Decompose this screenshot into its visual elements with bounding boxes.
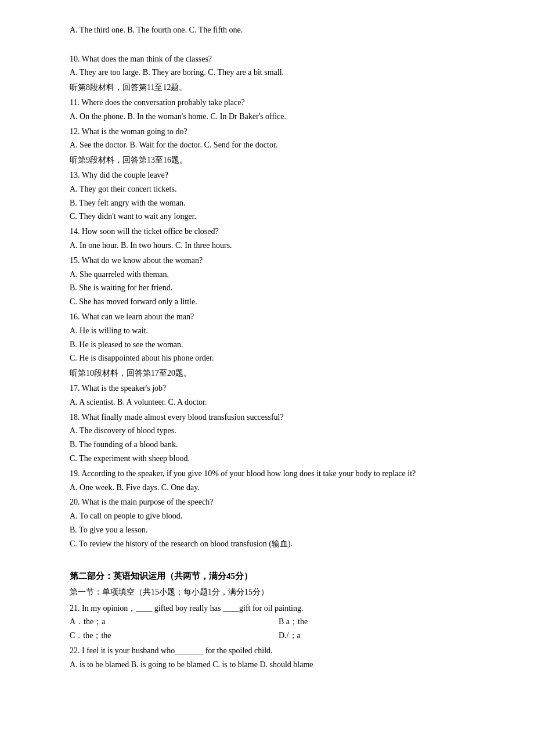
q21-option-d: D./；a: [279, 629, 488, 643]
q21-option-b: B a；the: [279, 615, 488, 629]
section1-note-text: 第一节：单项填空（共15小题；每小题1分，满分15分）: [70, 585, 488, 599]
part2-header-text: 第二部分：英语知识运用（共两节，满分45分）: [70, 569, 488, 584]
q9-options-text: A. The third one. B. The fourth one. C. …: [70, 26, 243, 34]
q11-text: 11. Where does the conversation probably…: [70, 96, 488, 110]
q19-options: A. One week. B. Five days. C. One day.: [70, 481, 488, 495]
q13-option-b: B. They felt angry with the woman.: [70, 196, 488, 210]
q10-text: 10. What does the man think of the class…: [70, 52, 488, 66]
q20-option-c: C. To review the history of the research…: [70, 537, 488, 551]
listening-10-header: 听第10段材料，回答第17至20题。: [70, 366, 488, 380]
listening-8-text: 听第8段材料，回答第11至12题。: [70, 81, 488, 95]
q17-options: A. A scientist. B. A volunteer. C. A doc…: [70, 395, 488, 409]
q19-text: 19. According to the speaker, if you giv…: [70, 467, 488, 481]
q18-option-b: B. The founding of a blood bank.: [70, 438, 488, 452]
q21-options-row1: A．the；a B a；the: [70, 615, 488, 629]
q11-question: 11. Where does the conversation probably…: [70, 96, 488, 124]
q15-question: 15. What do we know about the woman? A. …: [70, 254, 488, 309]
q15-option-a: A. She quarreled with theman.: [70, 268, 488, 282]
q21-option-a: A．the；a: [70, 615, 279, 629]
listening-9-header: 听第9段材料，回答第13至16题。: [70, 153, 488, 167]
q11-options: A. On the phone. B. In the woman's home.…: [70, 110, 488, 124]
q21-question: 21. In my opinion，____ gifted boy really…: [70, 602, 488, 643]
q14-text: 14. How soon will the ticket office be c…: [70, 225, 488, 239]
q16-option-c: C. He is disappointed about his phone or…: [70, 351, 488, 365]
q18-text: 18. What finally made almost every blood…: [70, 411, 488, 424]
q16-text: 16. What can we learn about the man?: [70, 310, 488, 324]
listening-10-text: 听第10段材料，回答第17至20题。: [70, 366, 488, 380]
q12-text: 12. What is the woman going to do?: [70, 125, 488, 139]
q14-question: 14. How soon will the ticket office be c…: [70, 225, 488, 253]
section1-note: 第一节：单项填空（共15小题；每小题1分，满分15分）: [70, 585, 488, 599]
q18-question: 18. What finally made almost every blood…: [70, 411, 488, 466]
listening-9-text: 听第9段材料，回答第13至16题。: [70, 153, 488, 167]
q21-d-text: D./；a: [279, 631, 301, 640]
q20-question: 20. What is the main purpose of the spee…: [70, 495, 488, 550]
page-content: A. The third one. B. The fourth one. C. …: [70, 23, 488, 672]
q15-text: 15. What do we know about the woman?: [70, 254, 488, 268]
q16-option-a: A. He is willing to wait.: [70, 324, 488, 338]
q13-question: 13. Why did the couple leave? A. They go…: [70, 168, 488, 224]
q16-option-b: B. He is pleased to see the woman.: [70, 338, 488, 352]
q22-options: A. is to be blamed B. is going to be bla…: [70, 658, 488, 672]
q10-options: A. They are too large. B. They are borin…: [70, 66, 488, 80]
q18-option-c: C. The experiment with sheep blood.: [70, 452, 488, 466]
q14-options: A. In one hour. B. In two hours. C. In t…: [70, 239, 488, 253]
q19-question: 19. According to the speaker, if you giv…: [70, 467, 488, 495]
q21-c-text: C．the；the: [70, 631, 111, 640]
q17-text: 17. What is the speaker's job?: [70, 381, 488, 395]
part2-header: 第二部分：英语知识运用（共两节，满分45分）: [70, 569, 488, 584]
q20-option-b: B. To give you a lesson.: [70, 523, 488, 537]
q21-option-c: C．the；the: [70, 629, 279, 643]
q10-question: 10. What does the man think of the class…: [70, 52, 488, 80]
q9-options: A. The third one. B. The fourth one. C. …: [70, 23, 488, 37]
q18-option-a: A. The discovery of blood types.: [70, 424, 488, 438]
q21-b-text: B a；the: [279, 617, 308, 626]
q17-question: 17. What is the speaker's job? A. A scie…: [70, 381, 488, 409]
q22-question: 22. I feel it is your husband who_______…: [70, 644, 488, 672]
q12-options: A. See the doctor. B. Wait for the docto…: [70, 138, 488, 152]
q15-option-c: C. She has moved forward only a little.: [70, 295, 488, 309]
q15-option-b: B. She is waiting for her friend.: [70, 281, 488, 295]
q13-option-c: C. They didn't want to wait any longer.: [70, 210, 488, 224]
q21-a-text: A．the；a: [70, 617, 105, 626]
listening-8-header: 听第8段材料，回答第11至12题。: [70, 81, 488, 95]
q20-option-a: A. To call on people to give blood.: [70, 509, 488, 523]
q13-option-a: A. They got their concert tickets.: [70, 182, 488, 196]
q21-options-row2: C．the；the D./；a: [70, 629, 488, 643]
q21-text: 21. In my opinion，____ gifted boy really…: [70, 602, 488, 615]
q13-text: 13. Why did the couple leave?: [70, 168, 488, 182]
q16-question: 16. What can we learn about the man? A. …: [70, 310, 488, 365]
q12-question: 12. What is the woman going to do? A. Se…: [70, 125, 488, 153]
q20-text: 20. What is the main purpose of the spee…: [70, 495, 488, 509]
q22-text: 22. I feel it is your husband who_______…: [70, 644, 488, 658]
